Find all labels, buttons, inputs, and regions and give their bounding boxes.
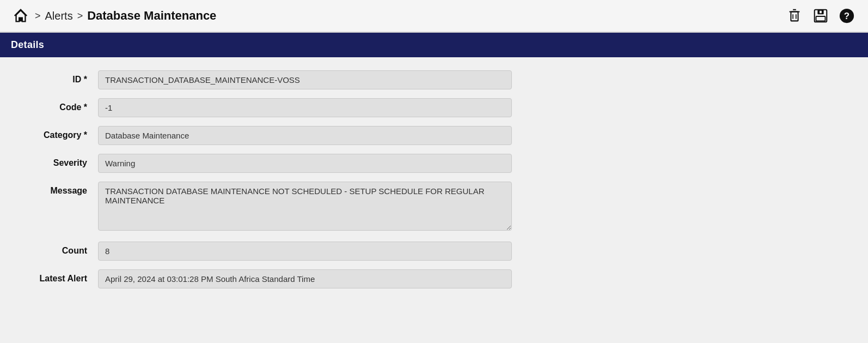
id-input[interactable]	[98, 70, 512, 89]
help-icon: ?	[839, 8, 855, 24]
count-row: Count	[11, 242, 857, 261]
category-label: Category *	[11, 126, 98, 140]
count-label: Count	[11, 242, 98, 256]
latest-alert-input[interactable]	[98, 269, 512, 288]
id-field	[98, 70, 512, 89]
breadcrumb: > Alerts > Database Maintenance	[11, 6, 780, 26]
category-input[interactable]	[98, 126, 512, 145]
message-label: Message	[11, 182, 98, 196]
breadcrumb-alerts-link[interactable]: Alerts	[45, 10, 73, 22]
message-input[interactable]: TRANSACTION DATABASE MAINTENANCE NOT SCH…	[98, 182, 512, 231]
count-field	[98, 242, 512, 261]
page-title: Database Maintenance	[87, 9, 216, 23]
form-body: ID * Code * Category * Severity	[0, 57, 868, 343]
id-label: ID *	[11, 70, 98, 85]
app-container: > Alerts > Database Maintenance	[0, 0, 868, 343]
id-row: ID *	[11, 70, 857, 89]
svg-rect-0	[19, 18, 22, 22]
section-title: Details	[11, 39, 44, 50]
severity-input[interactable]	[98, 154, 512, 173]
code-input[interactable]	[98, 98, 512, 117]
severity-row: Severity	[11, 154, 857, 173]
count-input[interactable]	[98, 242, 512, 261]
delete-button[interactable]	[784, 5, 805, 26]
home-icon	[13, 8, 29, 24]
code-field	[98, 98, 512, 117]
code-row: Code *	[11, 98, 857, 117]
breadcrumb-separator-2: >	[77, 10, 83, 22]
svg-rect-2	[791, 12, 798, 21]
severity-label: Severity	[11, 154, 98, 168]
message-row: Message TRANSACTION DATABASE MAINTENANCE…	[11, 182, 857, 233]
header: > Alerts > Database Maintenance	[0, 0, 868, 33]
svg-text:?: ?	[844, 11, 849, 21]
breadcrumb-separator-1: >	[35, 10, 41, 22]
save-button[interactable]	[810, 5, 831, 26]
section-header: Details	[0, 33, 868, 57]
code-label: Code *	[11, 98, 98, 112]
help-button[interactable]: ?	[836, 5, 857, 26]
svg-marker-1	[15, 10, 27, 16]
svg-rect-9	[816, 16, 826, 21]
delete-icon	[786, 8, 803, 24]
home-button[interactable]	[11, 6, 30, 26]
category-row: Category *	[11, 126, 857, 145]
svg-rect-10	[820, 11, 822, 14]
severity-field	[98, 154, 512, 173]
header-actions: ?	[784, 5, 857, 26]
save-icon	[812, 8, 829, 24]
latest-alert-label: Latest Alert	[11, 269, 98, 284]
latest-alert-field	[98, 269, 512, 288]
message-field: TRANSACTION DATABASE MAINTENANCE NOT SCH…	[98, 182, 512, 233]
category-field	[98, 126, 512, 145]
latest-alert-row: Latest Alert	[11, 269, 857, 288]
